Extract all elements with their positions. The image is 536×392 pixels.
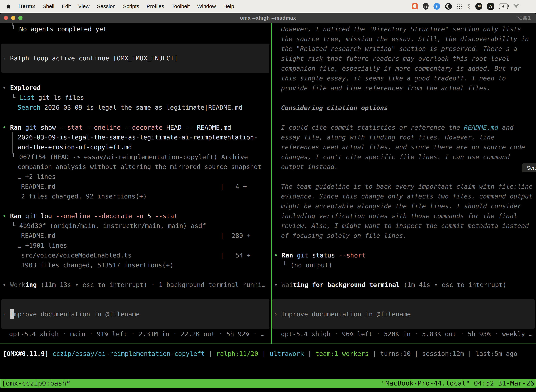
squiggle-icon[interactable]: § [467, 3, 470, 9]
text-segment: I could cite commit statistics or refere… [281, 124, 464, 131]
badge-61-icon[interactable]: ..61 [475, 3, 482, 10]
text-segment: | [258, 350, 270, 357]
blue-bolt-badge-icon[interactable] [433, 3, 440, 10]
text-segment: | [369, 350, 380, 357]
text-segment: log [37, 212, 52, 219]
pane-bottom-border [0, 344, 536, 344]
text-segment: └ [12, 153, 19, 160]
diffstat-summary: 1903 files changed, 513517 insertions(+) [21, 260, 174, 270]
thought-line: The team guideline is to back every impo… [281, 182, 532, 191]
screen-tooltip: Scre [522, 163, 536, 172]
thought-line-with-link: I could cite commit statistics or refere… [281, 123, 513, 132]
no-agents-line: └ No agents completed yet [12, 24, 107, 34]
text-segment: --short [335, 252, 365, 259]
text-segment: └ [12, 222, 19, 229]
diffstat-filename: README.md [21, 182, 55, 191]
right-prompt-line[interactable]: › Improve documentation in @filename [274, 309, 411, 319]
menu-item[interactable]: iTerm2 [18, 3, 35, 9]
git-show-arg-line: and-the-erosion-of-copyleft.md [18, 142, 132, 152]
text-segment: last:5m ago [475, 350, 517, 357]
menu-item[interactable]: Scripts [123, 3, 139, 9]
menu-bar: iTerm2ShellEditViewSessionScriptsProfile… [0, 0, 536, 13]
battery-charging-icon[interactable] [499, 4, 508, 9]
ralph-banner-line: › Ralph loop active continue [OMX_TMUX_I… [2, 53, 178, 63]
wifi-icon[interactable] [513, 3, 519, 9]
text-segment: and [498, 124, 513, 131]
git-log-more-lines: … +1901 lines [18, 241, 67, 250]
text-segment: List [19, 94, 34, 101]
menu-item[interactable]: Edit [62, 3, 71, 9]
text-segment: └ [12, 25, 19, 33]
text-segment: --stat --oneline --decorate [56, 124, 163, 131]
diffstat-count: | 54 + [220, 250, 251, 260]
dark-crescent-icon[interactable] [445, 3, 452, 10]
menu-item[interactable]: Shell [43, 3, 54, 9]
menu-item[interactable]: Session [97, 3, 116, 9]
thought-line: output instead. [281, 162, 525, 172]
screen: { "menubar": { "items": [ {"t":"iTerm2",… [0, 0, 536, 392]
text-segment: • [2, 281, 10, 288]
window-title-bar[interactable]: omx --xhigh --madmax ⌥⌘1 [0, 13, 536, 23]
text-segment: [OMX#0.11.9] [3, 350, 48, 357]
tree-connector [12, 132, 13, 154]
text-segment: ting for background terminal [293, 281, 400, 288]
explored-search-line: Search 2026-03-09-is-legal-the-same-as-l… [18, 103, 243, 112]
menu-item[interactable]: View [78, 3, 90, 9]
thought-line: companion file, especially if more comme… [281, 64, 529, 73]
text-segment: | [304, 350, 315, 357]
thought-line: evidence. Since this change only affects… [281, 191, 532, 201]
left-prompt-line[interactable]: › Improve documentation in @filename [2, 309, 140, 319]
text-segment: -n [132, 212, 144, 219]
text-segment: --oneline --decorate [52, 212, 132, 219]
menu-item[interactable]: Help [223, 3, 234, 9]
text-segment: turns:10 [380, 350, 411, 357]
text-segment: └ [12, 94, 19, 101]
text-segment: cczip/essay/ai-reimplementation-copyleft [53, 350, 205, 357]
text-segment: git [21, 212, 37, 219]
text-segment: • [2, 124, 10, 131]
git-show-more-lines: … +2 lines [18, 172, 56, 182]
git-show-output-line: └ 067f154 (HEAD -> essay/ai-reimplementa… [12, 152, 248, 162]
screen-record-icon[interactable] [412, 3, 418, 9]
text-segment: git [21, 124, 37, 131]
thought-line: the "Related research writing" section i… [281, 44, 529, 54]
text-segment: └ [283, 261, 290, 269]
text-segment: Search [18, 104, 40, 111]
thought-line: references need actual files, and since … [281, 142, 525, 152]
menu-item[interactable]: Profiles [147, 3, 164, 9]
text-segment: git ls-files [34, 94, 84, 101]
thought-line: review. Also, I might want to inspect th… [281, 221, 532, 231]
dots-grid-icon[interactable] [457, 4, 462, 9]
omx-status-line: [OMX#0.11.9] cczip/essay/ai-reimplementa… [3, 349, 517, 359]
text-segment: 4b9d30f (origin/main, instructkr/main, m… [19, 222, 206, 229]
right-model-status-line: gpt-5.4 xhigh · 96% left · 520K in · 5.8… [281, 329, 532, 339]
text-segment: ralph:11/20 [216, 350, 258, 357]
tmux-session-name: [omx-cczip0:bash* [0, 379, 72, 388]
text-segment [48, 350, 53, 357]
text-segment: git [293, 252, 308, 259]
thought-heading: Considering citation options [281, 103, 388, 113]
left-model-status-line: gpt-5.4 xhigh · main · 91% left · 2.31M … [9, 329, 264, 339]
input-source-icon[interactable]: A [487, 3, 494, 10]
thought-line: of focusing solely on file lines. [281, 231, 532, 241]
git-status-output: └ (no output) [283, 260, 332, 270]
pane-divider[interactable] [271, 23, 272, 344]
thought-line: the source tree, missing the essay. Stil… [281, 34, 529, 44]
text-segment: 067f154 (HEAD -> essay/ai-reimplementati… [19, 153, 248, 160]
text-segment: Ran [10, 124, 21, 131]
shield-keypad-icon[interactable] [423, 3, 429, 10]
text-segment: Explored [10, 84, 40, 91]
thought-line: However, I noticed the "Directory Struct… [281, 24, 529, 34]
diffstat-count: | 280 + [220, 231, 251, 241]
menu-item[interactable]: Toolbelt [172, 3, 190, 9]
thought-line: changes, I can't cite specific file line… [281, 152, 525, 162]
text-segment: › [2, 55, 10, 62]
menu-item[interactable]: Window [197, 3, 216, 9]
git-log-output-line: └ 4b9d30f (origin/main, instructkr/main,… [12, 221, 206, 231]
thought-paragraph: The team guideline is to back every impo… [281, 182, 532, 241]
explored-header: • Explored [2, 83, 41, 93]
text-segment: 5 [144, 212, 151, 219]
text-segment: Wai [282, 281, 293, 288]
git-show-output-line: companion analysis without altering the … [18, 162, 262, 172]
apple-menu-icon[interactable] [6, 4, 11, 9]
